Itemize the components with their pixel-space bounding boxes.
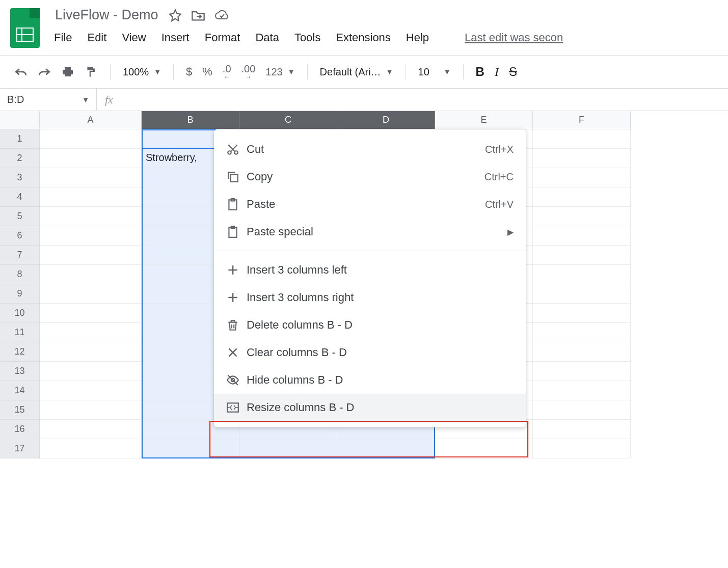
cell-A1[interactable]: [40, 129, 142, 149]
row-header-3[interactable]: 3: [0, 168, 40, 187]
cell-F7[interactable]: [533, 246, 631, 265]
row-header-12[interactable]: 12: [0, 342, 40, 362]
cell-F16[interactable]: [533, 420, 631, 439]
row-header-9[interactable]: 9: [0, 284, 40, 304]
row-header-15[interactable]: 15: [0, 400, 40, 420]
formula-input[interactable]: [121, 89, 728, 111]
cell-F13[interactable]: [533, 362, 631, 381]
menu-item-paste[interactable]: PasteCtrl+V: [214, 191, 526, 218]
column-header-A[interactable]: A: [40, 111, 142, 129]
column-header-E[interactable]: E: [435, 111, 533, 129]
format-currency-button[interactable]: $: [182, 63, 196, 80]
sheets-logo[interactable]: [10, 8, 40, 48]
menu-item-insert-3-columns-left[interactable]: Insert 3 columns left: [214, 256, 526, 284]
cell-F9[interactable]: [533, 284, 631, 304]
menu-item-delete-columns-b-d[interactable]: Delete columns B - D: [214, 311, 526, 339]
row-header-16[interactable]: 16: [0, 420, 40, 439]
cell-F11[interactable]: [533, 323, 631, 342]
menu-extensions[interactable]: Extensions: [336, 31, 391, 44]
menu-item-paste-special[interactable]: Paste special▶: [214, 218, 526, 246]
cell-C17[interactable]: [239, 439, 337, 458]
cell-F4[interactable]: [533, 187, 631, 207]
menu-file[interactable]: File: [54, 31, 72, 44]
menu-edit[interactable]: Edit: [87, 31, 106, 44]
row-header-4[interactable]: 4: [0, 187, 40, 207]
row-header-13[interactable]: 13: [0, 362, 40, 381]
cell-A10[interactable]: [40, 304, 142, 323]
cell-D17[interactable]: [337, 439, 435, 458]
cell-F2[interactable]: [533, 149, 631, 168]
font-dropdown[interactable]: Default (Ari…▼: [316, 64, 397, 80]
name-box[interactable]: B:D▼: [0, 89, 97, 111]
italic-button[interactable]: I: [491, 63, 503, 81]
move-icon[interactable]: [191, 9, 205, 21]
cell-A7[interactable]: [40, 246, 142, 265]
print-button[interactable]: [57, 64, 78, 80]
strikethrough-button[interactable]: S: [505, 63, 521, 81]
fontsize-dropdown[interactable]: 10▼: [414, 64, 455, 80]
format-percent-button[interactable]: %: [198, 63, 217, 80]
cell-A3[interactable]: [40, 168, 142, 187]
undo-button[interactable]: [10, 65, 32, 79]
cell-A11[interactable]: [40, 323, 142, 342]
cell-A9[interactable]: [40, 284, 142, 304]
menu-help[interactable]: Help: [406, 31, 429, 44]
column-header-F[interactable]: F: [533, 111, 631, 129]
menu-item-resize-columns-b-d[interactable]: Resize columns B - D: [214, 394, 526, 421]
paint-format-button[interactable]: [80, 63, 102, 80]
row-header-11[interactable]: 11: [0, 323, 40, 342]
cell-E17[interactable]: [435, 439, 533, 458]
cell-F6[interactable]: [533, 226, 631, 246]
star-icon[interactable]: [169, 9, 182, 22]
row-header-17[interactable]: 17: [0, 439, 40, 458]
cell-A2[interactable]: [40, 149, 142, 168]
row-header-14[interactable]: 14: [0, 381, 40, 400]
menu-data[interactable]: Data: [255, 31, 279, 44]
column-header-D[interactable]: D: [337, 111, 435, 129]
number-format-dropdown[interactable]: 123▼: [261, 64, 299, 80]
last-edit-link[interactable]: Last edit was secon: [465, 31, 563, 44]
cell-A16[interactable]: [40, 420, 142, 439]
menu-format[interactable]: Format: [205, 31, 240, 44]
cell-F8[interactable]: [533, 265, 631, 284]
cell-F1[interactable]: [533, 129, 631, 149]
row-header-2[interactable]: 2: [0, 149, 40, 168]
zoom-dropdown[interactable]: 100%▼: [119, 64, 165, 80]
row-header-8[interactable]: 8: [0, 265, 40, 284]
row-header-10[interactable]: 10: [0, 304, 40, 323]
menu-view[interactable]: View: [122, 31, 146, 44]
cell-F12[interactable]: [533, 342, 631, 362]
decrease-decimal-button[interactable]: .0←: [219, 62, 235, 82]
cell-A6[interactable]: [40, 226, 142, 246]
cell-F10[interactable]: [533, 304, 631, 323]
row-header-1[interactable]: 1: [0, 129, 40, 149]
cell-A8[interactable]: [40, 265, 142, 284]
bold-button[interactable]: B: [472, 63, 489, 81]
cell-A5[interactable]: [40, 207, 142, 226]
menu-item-cut[interactable]: CutCtrl+X: [214, 136, 526, 163]
document-title[interactable]: LiveFlow - Demo: [54, 5, 159, 25]
cell-A14[interactable]: [40, 381, 142, 400]
cell-F17[interactable]: [533, 439, 631, 458]
increase-decimal-button[interactable]: .00→: [237, 62, 260, 82]
cell-A17[interactable]: [40, 439, 142, 458]
column-header-C[interactable]: C: [239, 111, 337, 129]
menu-item-copy[interactable]: CopyCtrl+C: [214, 163, 526, 191]
cell-A4[interactable]: [40, 187, 142, 207]
row-header-5[interactable]: 5: [0, 207, 40, 226]
select-all-corner[interactable]: [0, 111, 40, 129]
menu-item-clear-columns-b-d[interactable]: Clear columns B - D: [214, 339, 526, 366]
cell-A12[interactable]: [40, 342, 142, 362]
cell-A13[interactable]: [40, 362, 142, 381]
cell-F15[interactable]: [533, 400, 631, 420]
menu-item-hide-columns-b-d[interactable]: Hide columns B - D: [214, 366, 526, 394]
cell-B17[interactable]: [142, 439, 239, 458]
cell-F3[interactable]: [533, 168, 631, 187]
menu-tools[interactable]: Tools: [294, 31, 320, 44]
menu-item-insert-3-columns-right[interactable]: Insert 3 columns right: [214, 284, 526, 311]
cell-A15[interactable]: [40, 400, 142, 420]
cell-F5[interactable]: [533, 207, 631, 226]
row-header-7[interactable]: 7: [0, 246, 40, 265]
cell-F14[interactable]: [533, 381, 631, 400]
menu-insert[interactable]: Insert: [161, 31, 190, 44]
